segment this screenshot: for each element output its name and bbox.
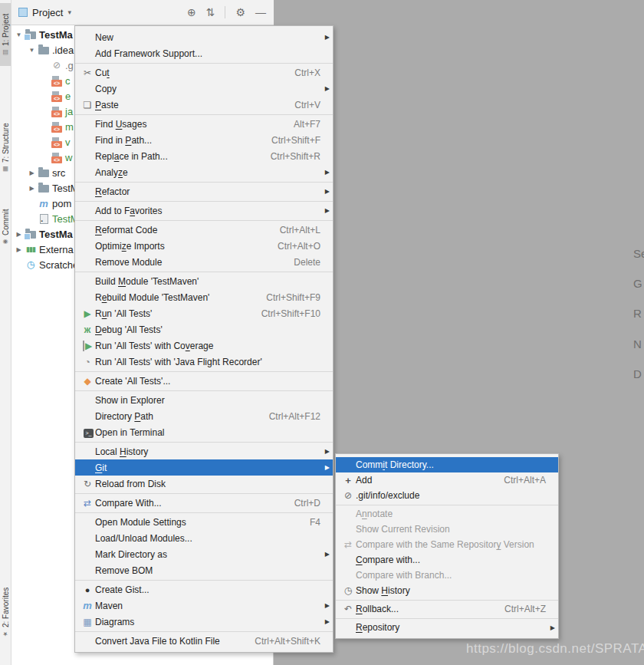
menu-item-label: Rollback... xyxy=(356,604,399,614)
menu-item-debug-all-tests[interactable]: жDebug 'All Tests' xyxy=(75,321,333,337)
coverage-icon: ▶ xyxy=(80,341,95,351)
maven-icon: m xyxy=(83,600,92,611)
menu-item-run-all-tests-with-java-flight-recorder[interactable]: ◔Run 'All Tests' with 'Java Flight Recor… xyxy=(75,354,333,370)
menu-item-label: Create Gist... xyxy=(95,584,150,595)
menu-item-shortcut: Ctrl+Shift+F xyxy=(253,135,320,146)
editor-hint-fragment: R xyxy=(633,307,642,320)
menu-item-paste[interactable]: ❏PasteCtrl+V xyxy=(75,97,333,113)
menu-item-convert-java-file-to-kotlin-file[interactable]: Convert Java File to Kotlin FileCtrl+Alt… xyxy=(75,633,333,649)
rollback-icon: ↶ xyxy=(344,604,352,614)
menu-item-find-in-path[interactable]: Find in Path...Ctrl+Shift+F xyxy=(75,132,333,148)
tree-expand-icon[interactable]: ▶ xyxy=(14,231,24,238)
git-item-repository[interactable]: Repository▶ xyxy=(336,620,558,635)
locate-icon[interactable]: ⊕ xyxy=(187,6,196,18)
plus-icon: + xyxy=(345,475,351,486)
menu-item-reformat-code[interactable]: Reformat CodeCtrl+Alt+L xyxy=(75,222,333,238)
menu-item-diagrams[interactable]: ▦Diagrams▶ xyxy=(75,614,333,630)
menu-item-label: Annotate xyxy=(356,509,393,519)
project-view-label: Project xyxy=(32,7,63,18)
menu-item-label: Convert Java File to Kotlin File xyxy=(95,636,220,647)
menu-separator xyxy=(75,512,333,513)
tree-expand-icon[interactable]: ▶ xyxy=(14,246,24,253)
menu-item-find-usages[interactable]: Find UsagesAlt+F7 xyxy=(75,116,333,132)
git-item-show-history[interactable]: ◷Show History xyxy=(336,583,558,598)
sidebar-tab-commit[interactable]: ◉Commit xyxy=(0,198,11,256)
menu-item-rebuild-module-testmaven[interactable]: Rebuild Module 'TestMaven'Ctrl+Shift+F9 xyxy=(75,289,333,305)
editor-hint-fragment: D xyxy=(633,367,642,380)
menu-item-add-framework-support[interactable]: Add Framework Support... xyxy=(75,45,333,61)
menu-item-local-history[interactable]: Local History▶ xyxy=(75,443,333,459)
menu-item-cut[interactable]: ✂CutCtrl+X xyxy=(75,64,333,81)
menu-item-run-all-tests-with-coverage[interactable]: ▶Run 'All Tests' with Coverage xyxy=(75,337,333,354)
menu-item-analyze[interactable]: Analyze▶ xyxy=(75,164,333,180)
menu-item-remove-module[interactable]: Remove ModuleDelete xyxy=(75,254,333,270)
menu-item-shortcut: Ctrl+Alt+F12 xyxy=(251,411,320,422)
git-item-rollback[interactable]: ↶Rollback...Ctrl+Alt+Z xyxy=(336,601,558,617)
git-item-add[interactable]: +AddCtrl+Alt+A xyxy=(336,472,558,488)
menu-item-new[interactable]: New▶ xyxy=(75,29,333,45)
module-folder-icon xyxy=(24,229,38,239)
toolbar-divider xyxy=(225,6,225,18)
menu-item-label: Compare With... xyxy=(95,498,162,509)
sidebar-tab-1-project[interactable]: ▤1: Project xyxy=(0,3,11,66)
git-item-git-info-exclude[interactable]: ⊘.git/info/exclude xyxy=(336,488,558,503)
menu-item-label: Paste xyxy=(95,100,119,110)
menu-item-open-in-terminal[interactable]: >_Open in Terminal xyxy=(75,424,333,440)
menu-item-refactor[interactable]: Refactor▶ xyxy=(75,183,333,199)
create-tests-icon: ◆ xyxy=(80,376,95,387)
menu-item-create-all-tests[interactable]: ◆Create 'All Tests'... xyxy=(75,373,333,389)
coverage-icon: ▶ xyxy=(83,341,92,351)
menu-item-shortcut: Ctrl+X xyxy=(276,67,320,78)
menu-item-replace-in-path[interactable]: Replace in Path...Ctrl+Shift+R xyxy=(75,148,333,164)
tree-expand-icon[interactable]: ▶ xyxy=(27,185,37,192)
menu-item-remove-bom[interactable]: Remove BOM xyxy=(75,562,333,578)
submenu-arrow-icon: ▶ xyxy=(320,618,330,625)
menu-item-add-to-favorites[interactable]: Add to Favorites▶ xyxy=(75,202,333,219)
menu-item-label: Cut xyxy=(95,67,110,78)
menu-item-shortcut: Ctrl+Shift+F9 xyxy=(248,292,320,303)
menu-item-label: Debug 'All Tests' xyxy=(95,324,163,335)
context-menu: New▶Add Framework Support...✂CutCtrl+XCo… xyxy=(74,25,334,653)
sidebar-tab-7-structure[interactable]: ▦7: Structure xyxy=(0,114,11,183)
menu-item-load-unload-modules[interactable]: Load/Unload Modules... xyxy=(75,530,333,546)
diagrams-icon: ▦ xyxy=(80,617,95,627)
github-icon: ● xyxy=(85,585,90,594)
submenu-arrow-icon: ▶ xyxy=(320,207,330,214)
menu-item-directory-path[interactable]: Directory PathCtrl+Alt+F12 xyxy=(75,408,333,424)
menu-item-show-in-explorer[interactable]: Show in Explorer xyxy=(75,392,333,408)
settings-gear-icon[interactable]: ⚙ xyxy=(235,6,245,18)
menu-separator xyxy=(75,631,333,632)
xml-file-icon: <> xyxy=(50,106,64,117)
menu-item-label: Compare with Branch... xyxy=(356,570,452,581)
menu-item-optimize-imports[interactable]: Optimize ImportsCtrl+Alt+O xyxy=(75,238,333,254)
git-item-commit-directory[interactable]: Commit Directory... xyxy=(336,457,558,472)
tree-expand-icon[interactable]: ▼ xyxy=(14,31,24,38)
menu-item-git[interactable]: Git▶ xyxy=(75,459,333,476)
menu-item-run-all-tests[interactable]: ▶Run 'All Tests'Ctrl+Shift+F10 xyxy=(75,305,333,321)
menu-item-mark-directory-as[interactable]: Mark Directory as▶ xyxy=(75,546,333,562)
libraries-icon: ▮▮▮ xyxy=(24,245,38,253)
project-view-dropdown[interactable]: Project ▾ xyxy=(18,7,71,18)
collapse-all-icon[interactable]: ⇅ xyxy=(206,6,215,18)
hide-panel-icon[interactable]: — xyxy=(255,6,266,18)
menu-item-create-gist[interactable]: ●Create Gist... xyxy=(75,581,333,598)
menu-item-maven[interactable]: mMaven▶ xyxy=(75,598,333,614)
paste-icon: ❏ xyxy=(84,100,92,110)
terminal-icon: >_ xyxy=(80,426,95,438)
tree-expand-icon[interactable]: ▼ xyxy=(27,47,37,54)
compare-disabled-icon: ⇄ xyxy=(344,539,352,550)
sidebar-tab-2-favorites[interactable]: ★2: Favorites xyxy=(0,577,11,647)
submenu-arrow-icon: ▶ xyxy=(546,624,555,631)
menu-item-copy[interactable]: Copy▶ xyxy=(75,81,333,97)
menu-item-open-module-settings[interactable]: Open Module SettingsF4 xyxy=(75,514,333,530)
menu-separator xyxy=(75,220,333,221)
tree-expand-icon[interactable]: ▶ xyxy=(27,170,37,176)
ide-screenshot: { "stripe": { "top_tabs": [ {"label": "1… xyxy=(0,0,644,665)
menu-item-compare-with[interactable]: ⇄Compare With...Ctrl+D xyxy=(75,495,333,511)
scratches-icon: ◷ xyxy=(24,259,38,270)
menu-item-build-module-testmaven[interactable]: Build Module 'TestMaven' xyxy=(75,273,333,289)
tree-item-label: .idea xyxy=(51,44,74,56)
menu-item-reload-from-disk[interactable]: ↻Reload from Disk xyxy=(75,476,333,492)
menu-item-shortcut: Ctrl+Alt+Shift+K xyxy=(236,636,320,647)
git-item-compare-with[interactable]: Compare with... xyxy=(336,552,558,568)
